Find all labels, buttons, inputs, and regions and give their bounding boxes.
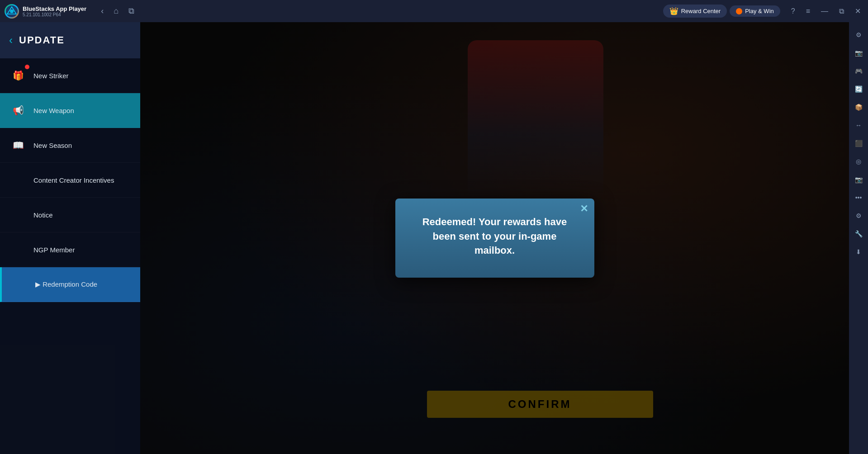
- help-button[interactable]: ?: [788, 5, 798, 17]
- modal-overlay: ✕ Redeemed! Your rewards have been sent …: [140, 22, 849, 454]
- bluestacks-logo: [5, 4, 19, 19]
- ngp-member-icon: [9, 241, 27, 259]
- titlebar-left: BlueStacks App Player 5.21.101.1002 P64 …: [5, 4, 663, 19]
- notification-dot: [25, 65, 29, 69]
- sidebar-item-ngp-member[interactable]: NGP Member: [0, 232, 140, 267]
- titlebar-right: 👑 Reward Center Play & Win ? ≡ — ⧉ ✕: [663, 5, 863, 18]
- right-btn-settings-bottom[interactable]: ⚙: [850, 208, 867, 224]
- main-area: ‹ UPDATE 🎁 New Striker 📢 New Weapon 📖 Ne…: [0, 22, 868, 454]
- menu-button[interactable]: ≡: [803, 5, 813, 17]
- home-nav-button[interactable]: ⌂: [112, 5, 120, 18]
- sidebar-item-new-striker[interactable]: 🎁 New Striker: [0, 58, 140, 93]
- sidebar-item-redemption-code[interactable]: ▶ Redemption Code: [0, 267, 140, 302]
- redemption-code-label: ▶ Redemption Code: [35, 280, 97, 288]
- modal-close-button[interactable]: ✕: [580, 204, 588, 214]
- reward-center-label: Reward Center: [681, 8, 721, 14]
- right-btn-more[interactable]: •••: [850, 189, 867, 206]
- right-btn-apk[interactable]: 📦: [850, 99, 867, 115]
- right-btn-gamepad[interactable]: 🎮: [850, 63, 867, 79]
- restore-button[interactable]: ⧉: [836, 5, 847, 17]
- right-btn-rotate[interactable]: 🔄: [850, 81, 867, 97]
- right-btn-camera[interactable]: 📷: [850, 171, 867, 188]
- reward-center-button[interactable]: 👑 Reward Center: [663, 5, 727, 18]
- play-win-label: Play & Win: [745, 8, 774, 14]
- sidebar-header: ‹ UPDATE: [0, 22, 140, 58]
- right-btn-screenshot[interactable]: 📷: [850, 45, 867, 61]
- orange-dot-icon: [736, 8, 742, 14]
- titlebar-actions: ? ≡ — ⧉ ✕: [788, 5, 863, 17]
- close-button[interactable]: ✕: [852, 5, 863, 17]
- right-btn-tools[interactable]: 🔧: [850, 226, 867, 242]
- back-nav-button[interactable]: ‹: [99, 5, 105, 18]
- sidebar-item-new-season[interactable]: 📖 New Season: [0, 128, 140, 163]
- play-win-button[interactable]: Play & Win: [730, 5, 780, 17]
- sidebar-back-button[interactable]: ‹: [9, 34, 13, 47]
- sidebar-item-new-weapon[interactable]: 📢 New Weapon: [0, 93, 140, 128]
- sidebar-title: UPDATE: [19, 34, 65, 46]
- new-weapon-label: New Weapon: [33, 107, 74, 114]
- titlebar-nav: ‹ ⌂ ⧉: [99, 5, 136, 18]
- new-season-label: New Season: [33, 142, 72, 149]
- new-season-icon: 📖: [9, 136, 27, 154]
- content-creator-label: Content Creator Incentives: [33, 176, 114, 184]
- sidebar: ‹ UPDATE 🎁 New Striker 📢 New Weapon 📖 Ne…: [0, 22, 140, 454]
- right-btn-resize[interactable]: ↔: [850, 117, 867, 133]
- new-striker-icon: 🎁: [9, 66, 27, 85]
- multi-nav-button[interactable]: ⧉: [127, 5, 136, 18]
- right-btn-square[interactable]: ⬛: [850, 135, 867, 151]
- minimize-button[interactable]: —: [818, 5, 831, 17]
- right-btn-settings-top[interactable]: ⚙: [850, 27, 867, 43]
- app-info: BlueStacks App Player 5.21.101.1002 P64: [23, 5, 86, 17]
- new-striker-label: New Striker: [33, 72, 69, 80]
- redemption-code-icon: [11, 275, 29, 293]
- right-sidebar: ⚙ 📷 🎮 🔄 📦 ↔ ⬛ ◎ 📷 ••• ⚙ 🔧 ⬇: [849, 22, 868, 454]
- svg-point-2: [10, 9, 14, 13]
- sidebar-item-content-creator[interactable]: Content Creator Incentives: [0, 163, 140, 198]
- game-background: CONFIRM ✕ Redeemed! Your rewards have be…: [140, 22, 849, 454]
- right-btn-download[interactable]: ⬇: [850, 244, 867, 260]
- app-version: 5.21.101.1002 P64: [23, 12, 86, 17]
- crown-icon: 👑: [669, 7, 678, 15]
- right-btn-circle[interactable]: ◎: [850, 153, 867, 170]
- new-weapon-icon: 📢: [9, 101, 27, 119]
- content-creator-icon: [9, 171, 27, 189]
- modal-message: Redeemed! Your rewards have been sent to…: [413, 215, 576, 258]
- notice-icon: [9, 206, 27, 224]
- sidebar-menu: 🎁 New Striker 📢 New Weapon 📖 New Season …: [0, 58, 140, 454]
- sidebar-item-notice[interactable]: Notice: [0, 198, 140, 232]
- redemption-modal: ✕ Redeemed! Your rewards have been sent …: [395, 199, 594, 278]
- ngp-member-label: NGP Member: [33, 246, 75, 254]
- app-name: BlueStacks App Player: [23, 5, 86, 12]
- titlebar: BlueStacks App Player 5.21.101.1002 P64 …: [0, 0, 868, 22]
- notice-label: Notice: [33, 211, 53, 219]
